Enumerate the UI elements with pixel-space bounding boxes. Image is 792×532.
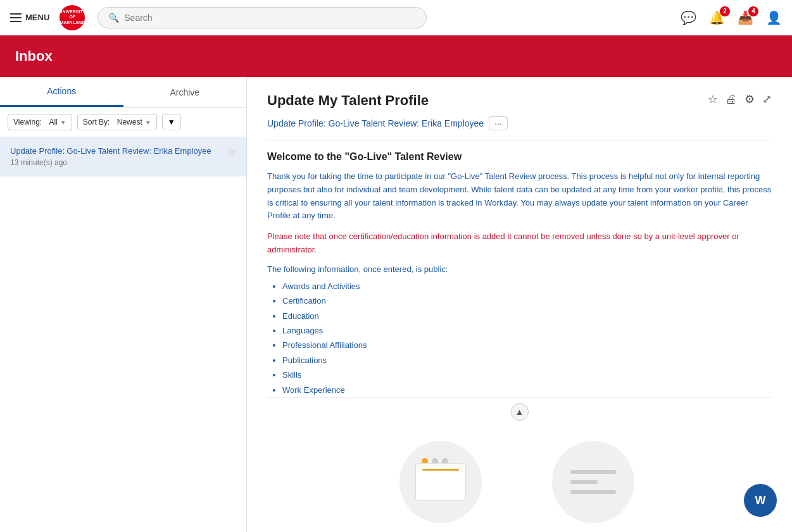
user-profile-button[interactable]: 👤 <box>766 10 782 25</box>
inbox-item-title: Update Profile: Go-Live Talent Review: E… <box>10 146 227 156</box>
guided-editor-option: Go to Guided Editor A simple step-by-ste… <box>380 441 502 532</box>
content-area: Update My Talent Profile ☆ 🖨 ⚙ ⤢ Update … <box>247 77 792 532</box>
welcome-title: Welcome to the "Go-Live" Talent Review <box>267 151 772 163</box>
sidebar-tabs: Actions Archive <box>0 77 246 108</box>
inbox-item-content: Update Profile: Go-Live Talent Review: E… <box>10 146 227 167</box>
editor-options: Go to Guided Editor A simple step-by-ste… <box>267 426 772 532</box>
tab-archive[interactable]: Archive <box>123 77 247 107</box>
content-action-buttons: ☆ 🖨 ⚙ ⤢ <box>708 92 772 106</box>
inbox-item-time: 13 minute(s) ago <box>10 158 227 167</box>
inbox-button[interactable]: 📥 4 <box>738 10 753 25</box>
settings-button[interactable]: ⚙ <box>745 92 755 106</box>
divider <box>267 140 772 141</box>
menu-label: MENU <box>25 13 49 22</box>
viewing-chevron-icon: ▼ <box>60 119 66 126</box>
scroll-up-button[interactable]: ▲ <box>511 403 529 421</box>
public-label: The following information, once entered,… <box>267 264 772 274</box>
content-title-block: Update My Talent Profile <box>267 92 429 109</box>
star-button[interactable]: ☆ <box>708 92 718 106</box>
list-item: Languages <box>282 323 772 338</box>
guided-editor-illustration <box>399 441 482 523</box>
inbox-item[interactable]: Update Profile: Go-Live Talent Review: E… <box>0 137 246 176</box>
notifications-button[interactable]: 🔔 2 <box>709 10 725 25</box>
viewing-label: Viewing: <box>13 118 42 127</box>
list-item: Awards and Activities <box>282 279 772 294</box>
logo: UNIVERSITY OF MARYLAND <box>60 5 85 30</box>
content-header: Update My Talent Profile ☆ 🖨 ⚙ ⤢ <box>267 92 772 109</box>
guided-form-line <box>422 469 459 471</box>
sort-direction-button[interactable]: ▼ <box>162 114 181 130</box>
logo-image: UNIVERSITY OF MARYLAND <box>60 5 85 30</box>
summary-form-graphic <box>568 463 619 501</box>
scroll-toggle: ▲ <box>267 397 772 426</box>
print-button[interactable]: 🖨 <box>726 93 737 106</box>
profile-link[interactable]: Update Profile: Go-Live Talent Review: E… <box>267 118 484 128</box>
viewing-value: All <box>49 118 57 127</box>
list-item: Publications <box>282 353 772 368</box>
page-banner: Inbox <box>0 35 792 77</box>
guided-form-box <box>415 463 466 501</box>
logo-text: UNIVERSITY OF MARYLAND <box>58 8 87 27</box>
note-text: Please note that once certification/educ… <box>267 230 772 257</box>
public-items-list: Awards and Activities Certification Educ… <box>282 279 772 397</box>
chat-button[interactable]: 💬 <box>681 10 696 25</box>
more-options-button[interactable]: ··· <box>489 116 508 130</box>
page-title: Inbox <box>15 48 53 64</box>
main-layout: Actions Archive Viewing: All ▼ Sort By: … <box>0 77 792 532</box>
summary-line-1 <box>570 470 616 474</box>
summary-editor-illustration <box>552 441 634 523</box>
list-item: Certification <box>282 294 772 308</box>
body-paragraph-1: Thank you for taking the time to partici… <box>267 170 772 223</box>
tab-actions[interactable]: Actions <box>0 77 123 107</box>
list-item: Professional Affiliations <box>282 338 772 352</box>
summary-editor-option: Go to Summary Editor Edit everything on … <box>527 441 659 532</box>
hamburger-icon <box>10 13 22 22</box>
workday-help-button[interactable]: W <box>744 484 777 517</box>
notifications-badge: 2 <box>720 6 730 16</box>
list-item: Work Experience <box>282 383 772 397</box>
inbox-badge: 4 <box>748 6 758 16</box>
list-item: Skills <box>282 368 772 382</box>
summary-line-3 <box>570 490 616 494</box>
guided-form-graphic <box>415 463 466 501</box>
search-input[interactable] <box>124 13 416 23</box>
sort-chevron-icon: ▼ <box>145 119 151 126</box>
viewing-filter[interactable]: Viewing: All ▼ <box>8 114 72 130</box>
sidebar-filters: Viewing: All ▼ Sort By: Newest ▼ ▼ <box>0 108 246 137</box>
top-navigation: MENU UNIVERSITY OF MARYLAND 🔍 💬 🔔 2 📥 4 … <box>0 0 792 35</box>
sort-filter[interactable]: Sort By: Newest ▼ <box>77 114 157 130</box>
menu-button[interactable]: MENU <box>10 13 49 22</box>
nav-icons: 💬 🔔 2 📥 4 👤 <box>681 10 782 25</box>
sort-value: Newest <box>117 118 142 127</box>
sidebar: Actions Archive Viewing: All ▼ Sort By: … <box>0 77 247 532</box>
inbox-item-star-icon[interactable]: ☆ <box>227 146 236 158</box>
profile-link-row: Update Profile: Go-Live Talent Review: E… <box>267 116 772 130</box>
search-bar[interactable]: 🔍 <box>97 7 427 28</box>
content-title: Update My Talent Profile <box>267 92 429 109</box>
expand-button[interactable]: ⤢ <box>762 92 772 106</box>
search-icon: 🔍 <box>108 13 119 23</box>
summary-line-2 <box>570 480 598 484</box>
list-item: Education <box>282 309 772 323</box>
sort-label: Sort By: <box>83 118 110 127</box>
